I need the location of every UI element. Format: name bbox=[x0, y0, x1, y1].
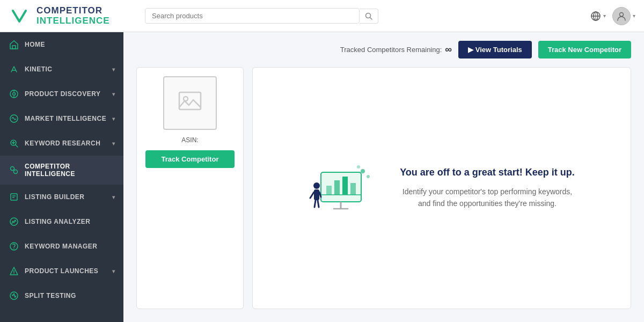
chevron-down-icon: ▾ bbox=[603, 13, 606, 19]
home-icon bbox=[9, 39, 19, 50]
app-title: COMPETITOR INTELLIGENCE bbox=[36, 6, 110, 26]
product-discovery-icon bbox=[9, 89, 19, 99]
competitor-card: ASIN: Track Competitor bbox=[136, 67, 244, 309]
track-competitor-button[interactable]: Track Competitor bbox=[145, 150, 235, 168]
sidebar-item-market-intelligence-label: MARKET INTELLIGENCE bbox=[25, 115, 107, 122]
chevron-product-discovery-icon: ▾ bbox=[112, 91, 115, 97]
cards-row: ASIN: Track Competitor bbox=[123, 67, 644, 322]
svg-point-19 bbox=[14, 170, 18, 174]
search-icon bbox=[365, 12, 372, 20]
svg-point-41 bbox=[313, 182, 320, 189]
globe-button[interactable]: ▾ bbox=[590, 11, 606, 21]
svg-line-20 bbox=[14, 170, 14, 171]
sidebar: HOME KINETIC ▾ PRODUCT DISCOVE bbox=[0, 32, 123, 322]
user-button[interactable]: ▾ bbox=[612, 7, 635, 25]
tracked-label: Tracked Competitors Remaining: ∞ bbox=[340, 44, 452, 55]
logo-icon bbox=[9, 5, 30, 27]
infinity-symbol: ∞ bbox=[445, 44, 452, 55]
svg-rect-35 bbox=[326, 186, 332, 195]
svg-point-48 bbox=[367, 175, 370, 178]
sidebar-item-listing-builder[interactable]: LISTING BUILDER ▾ bbox=[0, 185, 123, 209]
sidebar-item-keyword-research-label: KEYWORD RESEARCH bbox=[25, 140, 107, 147]
chevron-product-launches-icon: ▾ bbox=[112, 268, 115, 274]
svg-rect-36 bbox=[334, 180, 340, 195]
info-desc: Identify your competitor's top performin… bbox=[396, 186, 579, 210]
svg-rect-38 bbox=[350, 183, 356, 195]
sidebar-item-product-launches-label: PRODUCT LAUNCHES bbox=[25, 267, 107, 275]
sidebar-item-split-testing-label: SPLIT TESTING bbox=[25, 292, 115, 299]
sidebar-item-keyword-manager-label: KEYWORD MANAGER bbox=[25, 243, 115, 250]
svg-point-32 bbox=[184, 97, 188, 101]
sidebar-item-product-discovery[interactable]: PRODUCT DISCOVERY ▾ bbox=[0, 82, 123, 106]
sidebar-item-listing-analyzer-label: LISTING ANALYZER bbox=[25, 218, 115, 225]
keyword-research-icon bbox=[9, 138, 19, 149]
info-card: You are off to a great start! Keep it up… bbox=[252, 67, 631, 309]
sidebar-item-kinetic-label: KINETIC bbox=[25, 65, 107, 73]
svg-rect-42 bbox=[314, 189, 319, 200]
search-button[interactable] bbox=[360, 9, 378, 24]
svg-point-6 bbox=[620, 12, 624, 16]
svg-rect-7 bbox=[12, 46, 16, 49]
main-layout: HOME KINETIC ▾ PRODUCT DISCOVE bbox=[0, 32, 644, 322]
sidebar-item-competitor-intelligence-label: COMPETITOR INTELLIGENCE bbox=[25, 163, 115, 178]
svg-point-47 bbox=[361, 169, 365, 173]
tracked-label-text: Tracked Competitors Remaining: bbox=[340, 46, 442, 54]
sidebar-item-competitor-intelligence[interactable]: COMPETITOR INTELLIGENCE bbox=[0, 156, 123, 185]
user-icon bbox=[617, 11, 626, 21]
svg-line-46 bbox=[318, 200, 319, 207]
svg-point-29 bbox=[13, 273, 14, 274]
chevron-listing-builder-icon: ▾ bbox=[112, 194, 115, 200]
svg-line-43 bbox=[310, 192, 314, 198]
sidebar-item-home[interactable]: HOME bbox=[0, 32, 123, 57]
app-title-intelligence: INTELLIGENCE bbox=[36, 16, 110, 26]
info-title: You are off to a great start! Keep it up… bbox=[396, 167, 579, 178]
sidebar-item-listing-builder-label: LISTING BUILDER bbox=[25, 193, 107, 201]
chevron-kinetic-icon: ▾ bbox=[112, 67, 115, 72]
sidebar-item-product-discovery-label: PRODUCT DISCOVERY bbox=[25, 90, 107, 98]
info-illustration bbox=[305, 156, 375, 221]
sidebar-item-product-launches[interactable]: PRODUCT LAUNCHES ▾ bbox=[0, 259, 123, 283]
card-image-placeholder bbox=[163, 76, 217, 130]
chevron-keyword-research-icon: ▾ bbox=[112, 141, 115, 147]
market-intelligence-icon bbox=[9, 113, 19, 124]
sidebar-item-market-intelligence[interactable]: MARKET INTELLIGENCE ▾ bbox=[0, 106, 123, 131]
content-area: Tracked Competitors Remaining: ∞ ▶ View … bbox=[123, 32, 644, 322]
info-text-block: You are off to a great start! Keep it up… bbox=[396, 167, 579, 210]
svg-rect-21 bbox=[11, 194, 17, 200]
svg-rect-31 bbox=[179, 92, 201, 109]
top-header: COMPETITOR INTELLIGENCE ▾ bbox=[0, 0, 644, 32]
sidebar-item-home-label: HOME bbox=[25, 41, 115, 48]
svg-point-10 bbox=[13, 93, 16, 96]
listing-analyzer-icon bbox=[9, 216, 19, 227]
sidebar-item-keyword-research[interactable]: KEYWORD RESEARCH ▾ bbox=[0, 131, 123, 156]
competitor-intelligence-icon bbox=[9, 165, 19, 175]
content-header: Tracked Competitors Remaining: ∞ ▶ View … bbox=[123, 32, 644, 67]
sidebar-item-kinetic[interactable]: KINETIC ▾ bbox=[0, 57, 123, 82]
keyword-manager-icon bbox=[9, 241, 19, 252]
search-box bbox=[145, 8, 360, 24]
split-testing-icon bbox=[9, 290, 19, 301]
listing-builder-icon bbox=[9, 192, 19, 202]
image-placeholder-icon bbox=[177, 88, 203, 118]
svg-rect-37 bbox=[342, 177, 348, 195]
track-new-competitor-button[interactable]: Track New Competitor bbox=[538, 41, 631, 58]
header-right: ▾ ▾ bbox=[590, 7, 635, 25]
avatar bbox=[612, 7, 631, 25]
search-input[interactable] bbox=[152, 12, 353, 20]
globe-icon bbox=[590, 11, 601, 21]
svg-point-18 bbox=[11, 167, 14, 171]
svg-point-30 bbox=[10, 292, 18, 299]
svg-point-49 bbox=[357, 165, 360, 169]
card-asin-label: ASIN: bbox=[181, 136, 198, 144]
view-tutorials-button[interactable]: ▶ View Tutorials bbox=[458, 41, 532, 58]
sidebar-item-split-testing[interactable]: SPLIT TESTING bbox=[0, 283, 123, 308]
logo-area: COMPETITOR INTELLIGENCE bbox=[9, 5, 132, 27]
kinetic-icon bbox=[9, 64, 19, 75]
user-chevron-icon: ▾ bbox=[633, 13, 635, 19]
search-area bbox=[145, 8, 577, 24]
svg-line-15 bbox=[16, 145, 18, 147]
svg-point-26 bbox=[13, 248, 14, 250]
sidebar-item-listing-analyzer[interactable]: LISTING ANALYZER bbox=[0, 209, 123, 234]
chevron-market-intelligence-icon: ▾ bbox=[112, 116, 115, 122]
sidebar-item-keyword-manager[interactable]: KEYWORD MANAGER bbox=[0, 234, 123, 259]
